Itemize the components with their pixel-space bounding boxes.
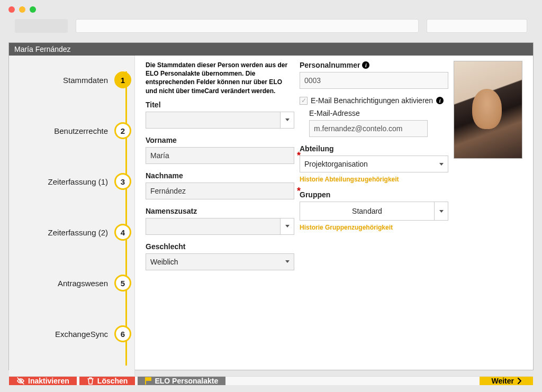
loeschen-button[interactable]: Löschen [79,377,136,385]
nachname-input[interactable] [146,183,294,199]
browser-chrome [0,0,542,42]
step-label: Antragswesen [58,279,108,288]
person-name: María Fernández [14,45,71,53]
traffic-lights [0,0,542,19]
step-label: Stammdaten [63,76,108,85]
window-minimize[interactable] [19,6,25,13]
intro-text: Die Stammdaten dieser Person werden aus … [146,61,294,95]
footer-bar: Inaktivieren Löschen ELO Personalakte We… [9,376,533,385]
gruppen-value: Standard [352,207,382,215]
titel-input[interactable] [146,112,281,129]
email-notify-label: E-Mail Benachrichtigungen aktivieren [311,96,433,105]
namenszusatz-label: Namenszusatz [146,207,294,215]
step-number-badge: 4 [114,224,131,241]
gruppen-dropdown-button[interactable] [435,202,448,221]
toolbar-slot-1 [15,19,68,33]
wizard-step-3[interactable]: Zeiterfassung (1)3 [9,173,134,190]
email-label: E-Mail-Adresse [309,109,448,117]
step-label: Zeiterfassung (2) [48,228,108,237]
form-area: Die Stammdaten dieser Person werden aus … [135,56,533,376]
wizard-step-5[interactable]: Antragswesen5 [9,275,134,291]
wizard-step-1[interactable]: Stammdaten1 [9,71,134,88]
vorname-input[interactable] [146,147,294,164]
check-icon: ✓ [301,97,306,104]
person-header: María Fernández [9,43,533,56]
chevron-down-icon [439,210,444,213]
titel-dropdown-button[interactable] [281,112,294,129]
profile-photo [454,61,522,159]
chevron-down-icon [439,163,444,166]
info-icon[interactable]: i [436,97,444,104]
trash-icon [87,377,94,385]
personalnummer-input[interactable] [300,72,448,89]
gruppen-history-link[interactable]: Historie Gruppenzugehörigkeit [300,224,448,231]
abteilung-value: Projektorganisation [304,160,368,168]
chevron-down-icon [285,225,290,227]
namenszusatz-input[interactable] [146,218,281,235]
abteilung-history-link[interactable]: Historie Abteilungszugehörigkeit [300,176,448,183]
abteilung-select[interactable]: Projektorganisation [300,156,448,172]
wizard-sidebar: Stammdaten1Benutzerrechte2Zeiterfassung … [9,56,135,376]
gruppen-label: Gruppen [300,190,448,199]
inaktivieren-button[interactable]: Inaktivieren [9,377,77,385]
wizard-step-6[interactable]: ExchangeSync6 [9,325,134,342]
step-label: Zeiterfassung (1) [48,177,108,186]
form-column-left: Die Stammdaten dieser Person werden aus … [146,61,294,371]
chevron-down-icon [285,118,290,121]
window-maximize[interactable] [30,6,36,13]
wizard-step-2[interactable]: Benutzerrechte2 [9,122,134,139]
step-number-badge: 1 [114,71,131,88]
geschlecht-select[interactable]: Weiblich [146,253,294,270]
required-star: * [297,150,301,161]
step-label: Benutzerrechte [54,126,108,135]
chevron-down-icon [285,260,290,263]
step-number-badge: 3 [114,173,131,190]
geschlecht-value: Weiblich [150,258,178,266]
vorname-label: Vorname [146,136,294,144]
personalnummer-label: Personalnummer i [300,61,448,69]
step-number-badge: 2 [114,122,131,139]
eye-slash-icon [16,377,25,385]
nachname-label: Nachname [146,171,294,180]
flag-icon [145,377,151,385]
geschlecht-label: Geschlecht [146,242,294,251]
window-close[interactable] [8,6,15,13]
titel-label: Titel [146,101,294,109]
chevron-right-icon [517,378,521,384]
gruppen-select[interactable]: Standard [300,202,435,221]
required-star: * [297,186,301,197]
address-bar[interactable] [76,19,419,33]
namenszusatz-dropdown-button[interactable] [281,218,294,235]
elo-personalakte-button[interactable]: ELO Personalakte [138,377,225,385]
step-number-badge: 6 [114,325,131,342]
step-label: ExchangeSync [55,330,108,339]
weiter-button[interactable]: Weiter [480,377,533,385]
toolbar-slot-2 [427,19,527,33]
wizard-step-4[interactable]: Zeiterfassung (2)4 [9,224,134,241]
info-icon[interactable]: i [362,61,369,69]
form-column-right: Personalnummer i ✓ E-Mail Benachrichtigu… [300,61,448,371]
abteilung-label: Abteilung [300,144,448,153]
email-notify-checkbox[interactable]: ✓ [300,97,308,105]
app-window: María Fernández Stammdaten1Benutzerrecht… [8,42,534,370]
email-input[interactable] [309,120,428,137]
step-number-badge: 5 [114,275,131,291]
